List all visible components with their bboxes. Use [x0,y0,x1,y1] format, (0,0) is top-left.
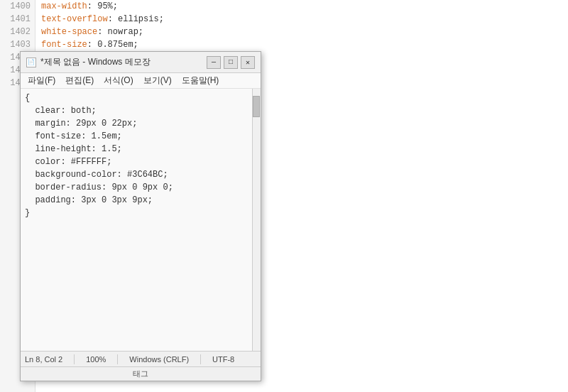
status-separator-1 [74,354,75,364]
notepad-content[interactable]: { clear: both; margin: 29px 0 22px; font… [21,89,252,351]
code-line: white-space: nowrap; [41,26,568,38]
notepad-titlebar: 📄 *제목 없음 - Windows 메모장 — □ ✕ [21,52,261,73]
menu-format[interactable]: 서식(O) [99,73,137,88]
minimize-button[interactable]: — [207,56,221,69]
notepad-title-area: 📄 *제목 없음 - Windows 메모장 [26,56,151,68]
code-line: max-width: 95%; [41,0,568,13]
notepad-statusbar: Ln 8, Col 2 100% Windows (CRLF) UTF-8 [21,351,261,366]
status-zoom: 100% [86,355,106,364]
menu-edit[interactable]: 편집(E) [61,73,98,88]
notepad-title: *제목 없음 - Windows 메모장 [40,56,151,68]
titlebar-buttons: — □ ✕ [207,56,255,69]
close-button[interactable]: ✕ [241,56,255,69]
notepad-menubar: 파일(F) 편집(E) 서식(O) 보기(V) 도움말(H) [21,73,261,89]
menu-view[interactable]: 보기(V) [139,73,176,88]
notepad-window: 📄 *제목 없음 - Windows 메모장 — □ ✕ 파일(F) 편집(E)… [20,51,261,381]
status-encoding: UTF-8 [212,355,234,364]
status-separator-2 [117,354,118,364]
line-number: 1400 [0,0,31,13]
line-number: 1401 [0,13,31,26]
scrollbar-thumb[interactable] [253,96,260,117]
status-separator-3 [200,354,201,364]
code-line: font-size: 0.875em; [41,38,568,51]
maximize-button[interactable]: □ [224,56,238,69]
status-line-ending: Windows (CRLF) [129,355,189,364]
notepad-icon: 📄 [26,58,36,67]
notepad-scrollbar[interactable] [252,89,261,351]
line-number: 1402 [0,26,31,38]
menu-help[interactable]: 도움말(H) [178,73,224,88]
notepad-tag: 태그 [21,366,261,381]
menu-file[interactable]: 파일(F) [23,73,60,88]
status-position: Ln 8, Col 2 [25,355,62,364]
notepad-body: { clear: both; margin: 29px 0 22px; font… [21,89,261,351]
line-number: 1403 [0,38,31,51]
code-line: text-overflow: ellipsis; [41,13,568,26]
